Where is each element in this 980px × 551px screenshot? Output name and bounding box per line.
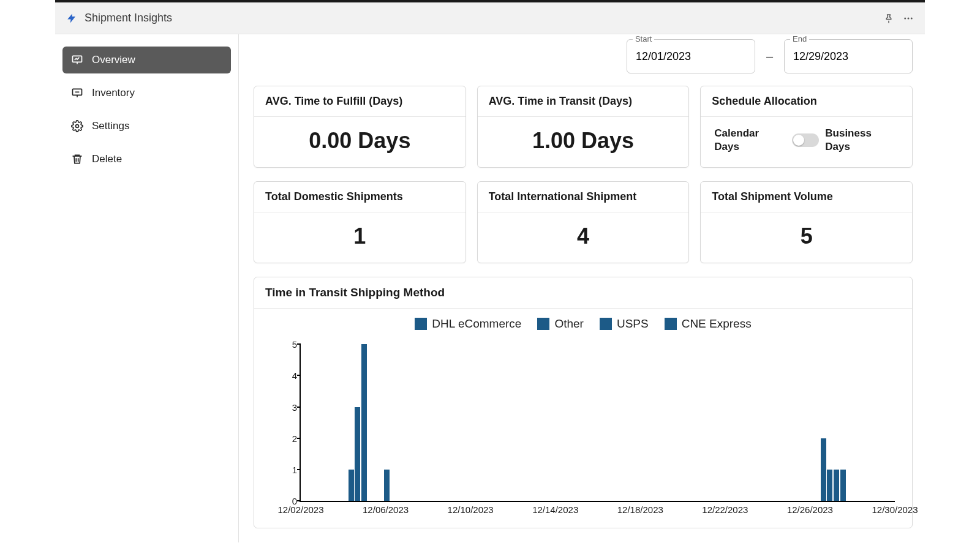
end-date-input[interactable] (784, 39, 913, 73)
legend-swatch (600, 318, 612, 330)
card-title: AVG. Time to Fulfill (Days) (254, 86, 466, 117)
legend-item[interactable]: DHL eCommerce (415, 317, 521, 331)
svg-point-0 (904, 17, 906, 19)
start-date-input[interactable] (627, 39, 755, 73)
sidebar-item-label: Delete (92, 153, 122, 165)
chart-bar[interactable] (834, 470, 839, 501)
legend-swatch (665, 318, 677, 330)
chart-bar[interactable] (349, 470, 354, 501)
card-avg-fulfill: AVG. Time to Fulfill (Days) 0.00 Days (254, 86, 466, 168)
legend-swatch (537, 318, 549, 330)
x-axis-label: 12/02/2023 (277, 504, 323, 515)
x-axis-label: 12/06/2023 (363, 504, 409, 515)
toggle-label-right: Business Days (825, 127, 899, 154)
card-domestic-shipments: Total Domestic Shipments 1 (254, 181, 466, 263)
trash-icon (71, 153, 83, 165)
legend-label: CNE Express (682, 317, 752, 331)
chart-time-in-transit: Time in Transit Shipping Method DHL eCom… (254, 277, 913, 528)
sidebar-item-inventory[interactable]: Inventory (62, 80, 231, 107)
main-content: Start – End AVG. Time to Fulfill (Days) … (239, 34, 925, 542)
svg-point-5 (76, 125, 79, 128)
date-start-label: Start (633, 34, 654, 43)
card-international-shipments: Total International Shipment 4 (477, 181, 690, 263)
x-axis-label: 12/30/2023 (872, 504, 918, 515)
card-value: 0.00 Days (254, 117, 466, 167)
card-schedule-allocation: Schedule Allocation Calendar Days Busine… (700, 86, 913, 168)
chart-title: Time in Transit Shipping Method (254, 277, 912, 309)
inventory-icon (71, 87, 83, 99)
chart-legend: DHL eCommerce Other USPS CNE Express (265, 317, 901, 331)
chart-bar[interactable] (827, 470, 832, 501)
sidebar-item-settings[interactable]: Settings (62, 113, 231, 140)
sidebar-item-label: Inventory (92, 87, 135, 99)
card-value: 1 (254, 212, 466, 263)
pin-icon[interactable] (883, 13, 894, 24)
header-bar: Shipment Insights (55, 0, 925, 34)
x-axis-label: 12/10/2023 (448, 504, 494, 515)
chart-presentation-icon (71, 54, 83, 66)
card-title: Total International Shipment (478, 182, 689, 212)
card-title: Schedule Allocation (701, 86, 912, 117)
card-value: 4 (478, 212, 689, 263)
gear-icon (71, 120, 83, 132)
schedule-toggle[interactable] (792, 133, 819, 147)
y-axis-label: 1 (292, 464, 297, 474)
card-avg-transit: AVG. Time in Transit (Days) 1.00 Days (477, 86, 690, 168)
legend-item[interactable]: Other (537, 317, 584, 331)
y-axis-label: 2 (292, 433, 297, 443)
toggle-label-left: Calendar Days (714, 127, 786, 154)
y-axis-label: 3 (292, 402, 297, 412)
sidebar-item-label: Settings (92, 120, 129, 132)
date-end-label: End (790, 34, 809, 43)
x-axis-label: 12/22/2023 (702, 504, 748, 515)
svg-point-2 (911, 17, 913, 19)
legend-item[interactable]: CNE Express (665, 317, 752, 331)
bolt-icon (66, 13, 77, 24)
page-title: Shipment Insights (85, 12, 172, 24)
chart-bar[interactable] (840, 470, 846, 501)
y-axis-label: 5 (292, 339, 297, 350)
legend-label: Other (554, 317, 584, 331)
chart-bar[interactable] (821, 438, 826, 501)
card-title: Total Domestic Shipments (254, 182, 466, 212)
x-axis-label: 12/14/2023 (532, 504, 578, 515)
y-axis-label: 4 (292, 370, 297, 381)
legend-label: USPS (617, 317, 649, 331)
card-value: 1.00 Days (478, 117, 689, 167)
card-shipment-volume: Total Shipment Volume 5 (700, 181, 913, 263)
card-title: Total Shipment Volume (701, 182, 912, 212)
date-field-end: End (784, 39, 913, 73)
sidebar-item-overview[interactable]: Overview (62, 47, 231, 73)
card-title: AVG. Time in Transit (Days) (478, 86, 689, 117)
chart-bar[interactable] (361, 344, 367, 501)
date-field-start: Start (627, 39, 755, 73)
card-value: 5 (701, 212, 912, 263)
date-range-separator: – (766, 50, 773, 64)
more-icon[interactable] (903, 13, 914, 24)
sidebar-item-delete[interactable]: Delete (62, 146, 231, 173)
sidebar: Overview Inventory Settings Delete (55, 34, 239, 542)
legend-swatch (415, 318, 427, 330)
sidebar-item-label: Overview (92, 54, 135, 66)
chart-canvas: 01234512/02/202312/06/202312/10/202312/1… (271, 338, 895, 522)
svg-point-1 (908, 17, 910, 19)
x-axis-label: 12/26/2023 (787, 504, 833, 515)
chart-bar[interactable] (384, 470, 390, 501)
legend-item[interactable]: USPS (600, 317, 649, 331)
legend-label: DHL eCommerce (432, 317, 521, 331)
x-axis-label: 12/18/2023 (617, 504, 663, 515)
chart-bar[interactable] (355, 407, 360, 501)
